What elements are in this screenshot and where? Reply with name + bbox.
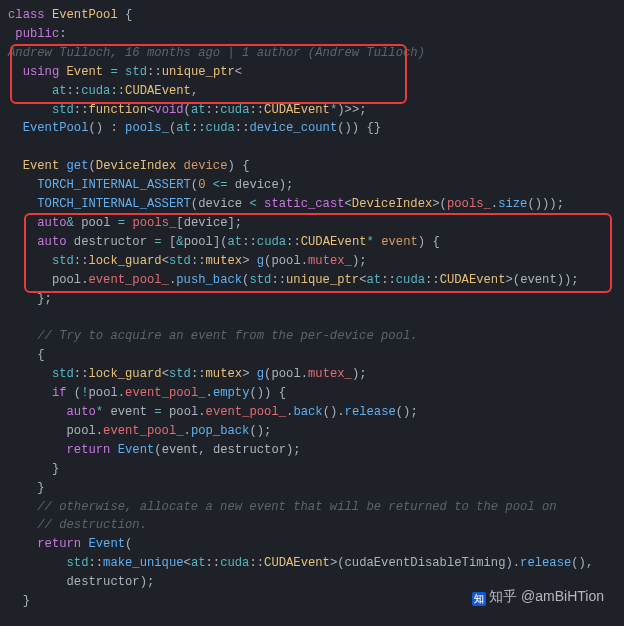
git-blame-annotation: Andrew Tulloch, 16 months ago | 1 author… [8, 44, 616, 63]
zhihu-logo-icon: 知 [472, 592, 486, 606]
code-line: auto* event = pool.event_pool_.back().re… [8, 403, 616, 422]
code-line: // destruction. [8, 516, 616, 535]
code-line: // otherwise, allocate a new event that … [8, 498, 616, 517]
code-line: auto& pool = pools_[device]; [8, 214, 616, 233]
code-line: EventPool() : pools_(at::cuda::device_co… [8, 119, 616, 138]
code-line: public: [8, 25, 616, 44]
code-line: { [8, 346, 616, 365]
code-line: std::make_unique<at::cuda::CUDAEvent>(cu… [8, 554, 616, 573]
code-line: return Event(event, destructor); [8, 441, 616, 460]
code-line: pool.event_pool_.push_back(std::unique_p… [8, 271, 616, 290]
watermark: 知知乎 @amBiHTion [472, 586, 604, 608]
code-line: Event get(DeviceIndex device) { [8, 157, 616, 176]
code-line: pool.event_pool_.pop_back(); [8, 422, 616, 441]
code-line [8, 309, 616, 328]
code-line: // Try to acquire an event from the per-… [8, 327, 616, 346]
code-line: } [8, 460, 616, 479]
code-line: class EventPool { [8, 6, 616, 25]
code-line: std::function<void(at::cuda::CUDAEvent*)… [8, 101, 616, 120]
code-line: at::cuda::CUDAEvent, [8, 82, 616, 101]
code-editor: class EventPool { public: Andrew Tulloch… [8, 6, 616, 611]
code-line: TORCH_INTERNAL_ASSERT(device < static_ca… [8, 195, 616, 214]
code-line: }; [8, 290, 616, 309]
code-line: std::lock_guard<std::mutex> g(pool.mutex… [8, 252, 616, 271]
code-line [8, 138, 616, 157]
code-line: using Event = std::unique_ptr< [8, 63, 616, 82]
code-line: TORCH_INTERNAL_ASSERT(0 <= device); [8, 176, 616, 195]
code-line: auto destructor = [&pool](at::cuda::CUDA… [8, 233, 616, 252]
watermark-text: 知乎 @amBiHTion [489, 588, 604, 604]
code-line: return Event( [8, 535, 616, 554]
code-line: std::lock_guard<std::mutex> g(pool.mutex… [8, 365, 616, 384]
code-line: if (!pool.event_pool_.empty()) { [8, 384, 616, 403]
code-line: } [8, 479, 616, 498]
